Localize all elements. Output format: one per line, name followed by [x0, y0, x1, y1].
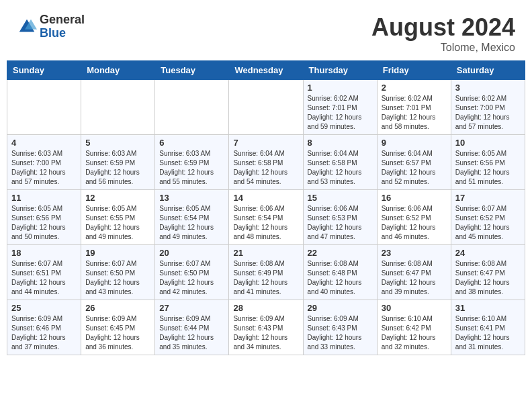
logo: General Blue	[17, 13, 85, 40]
day-number: 4	[11, 138, 77, 148]
calendar-day-28: 28Sunrise: 6:09 AM Sunset: 6:43 PM Dayli…	[229, 300, 303, 355]
calendar-day-16: 16Sunrise: 6:06 AM Sunset: 6:52 PM Dayli…	[377, 190, 451, 245]
day-number: 14	[233, 193, 298, 203]
day-number: 31	[455, 303, 521, 313]
calendar-day-15: 15Sunrise: 6:06 AM Sunset: 6:53 PM Dayli…	[303, 190, 377, 245]
day-number: 18	[11, 248, 77, 258]
calendar-empty	[155, 80, 229, 135]
day-number: 6	[159, 138, 224, 148]
day-number: 7	[233, 138, 298, 148]
day-number: 30	[382, 303, 447, 313]
day-info: Sunrise: 6:08 AM Sunset: 6:49 PM Dayligh…	[233, 259, 298, 297]
calendar-empty	[81, 80, 155, 135]
day-info: Sunrise: 6:03 AM Sunset: 6:59 PM Dayligh…	[85, 149, 150, 187]
weekday-header-sunday: Sunday	[7, 61, 81, 80]
calendar-day-30: 30Sunrise: 6:10 AM Sunset: 6:42 PM Dayli…	[377, 300, 451, 355]
day-info: Sunrise: 6:06 AM Sunset: 6:54 PM Dayligh…	[233, 204, 298, 242]
day-number: 27	[159, 303, 224, 313]
day-number: 23	[382, 248, 447, 258]
calendar-day-29: 29Sunrise: 6:09 AM Sunset: 6:43 PM Dayli…	[303, 300, 377, 355]
day-info: Sunrise: 6:05 AM Sunset: 6:55 PM Dayligh…	[85, 204, 150, 242]
calendar-day-4: 4Sunrise: 6:03 AM Sunset: 7:00 PM Daylig…	[7, 135, 81, 190]
page-header: General Blue August 2024 Tolome, Mexico	[7, 7, 525, 57]
calendar-week-5: 25Sunrise: 6:09 AM Sunset: 6:46 PM Dayli…	[7, 300, 525, 355]
day-info: Sunrise: 6:04 AM Sunset: 6:57 PM Dayligh…	[382, 149, 447, 187]
day-info: Sunrise: 6:09 AM Sunset: 6:44 PM Dayligh…	[159, 314, 224, 352]
calendar-day-1: 1Sunrise: 6:02 AM Sunset: 7:01 PM Daylig…	[303, 80, 377, 135]
day-number: 9	[382, 138, 447, 148]
logo-blue-text: Blue	[40, 27, 85, 40]
calendar-day-24: 24Sunrise: 6:08 AM Sunset: 6:47 PM Dayli…	[451, 245, 525, 300]
day-number: 22	[308, 248, 373, 258]
day-number: 19	[85, 248, 150, 258]
day-info: Sunrise: 6:02 AM Sunset: 7:01 PM Dayligh…	[382, 94, 447, 132]
calendar-day-7: 7Sunrise: 6:04 AM Sunset: 6:58 PM Daylig…	[229, 135, 303, 190]
calendar-week-3: 11Sunrise: 6:05 AM Sunset: 6:56 PM Dayli…	[7, 190, 525, 245]
day-number: 12	[85, 193, 150, 203]
title-area: August 2024 Tolome, Mexico	[371, 13, 515, 54]
calendar-day-19: 19Sunrise: 6:07 AM Sunset: 6:50 PM Dayli…	[81, 245, 155, 300]
calendar-day-25: 25Sunrise: 6:09 AM Sunset: 6:46 PM Dayli…	[7, 300, 81, 355]
calendar-day-10: 10Sunrise: 6:05 AM Sunset: 6:56 PM Dayli…	[451, 135, 525, 190]
day-number: 10	[455, 138, 521, 148]
day-info: Sunrise: 6:09 AM Sunset: 6:43 PM Dayligh…	[308, 314, 373, 352]
logo-general-text: General	[40, 13, 85, 27]
day-info: Sunrise: 6:02 AM Sunset: 7:01 PM Dayligh…	[308, 94, 373, 132]
calendar-day-27: 27Sunrise: 6:09 AM Sunset: 6:44 PM Dayli…	[155, 300, 229, 355]
day-info: Sunrise: 6:03 AM Sunset: 7:00 PM Dayligh…	[11, 149, 77, 187]
day-info: Sunrise: 6:10 AM Sunset: 6:42 PM Dayligh…	[382, 314, 447, 352]
day-number: 3	[455, 83, 521, 93]
calendar-day-22: 22Sunrise: 6:08 AM Sunset: 6:48 PM Dayli…	[303, 245, 377, 300]
calendar-day-17: 17Sunrise: 6:07 AM Sunset: 6:52 PM Dayli…	[451, 190, 525, 245]
calendar-day-3: 3Sunrise: 6:02 AM Sunset: 7:00 PM Daylig…	[451, 80, 525, 135]
day-number: 13	[159, 193, 224, 203]
day-number: 28	[233, 303, 298, 313]
day-info: Sunrise: 6:05 AM Sunset: 6:54 PM Dayligh…	[159, 204, 224, 242]
day-number: 11	[11, 193, 77, 203]
calendar-table: SundayMondayTuesdayWednesdayThursdayFrid…	[7, 60, 525, 355]
calendar-empty	[7, 80, 81, 135]
weekday-header-monday: Monday	[81, 61, 155, 80]
day-info: Sunrise: 6:02 AM Sunset: 7:00 PM Dayligh…	[455, 94, 521, 132]
day-number: 2	[382, 83, 447, 93]
day-number: 20	[159, 248, 224, 258]
weekday-header-row: SundayMondayTuesdayWednesdayThursdayFrid…	[7, 61, 525, 80]
calendar-day-2: 2Sunrise: 6:02 AM Sunset: 7:01 PM Daylig…	[377, 80, 451, 135]
day-info: Sunrise: 6:05 AM Sunset: 6:56 PM Dayligh…	[11, 204, 77, 242]
location: Tolome, Mexico	[371, 42, 515, 54]
day-info: Sunrise: 6:04 AM Sunset: 6:58 PM Dayligh…	[233, 149, 298, 187]
day-info: Sunrise: 6:08 AM Sunset: 6:47 PM Dayligh…	[382, 259, 447, 297]
calendar-day-5: 5Sunrise: 6:03 AM Sunset: 6:59 PM Daylig…	[81, 135, 155, 190]
weekday-header-tuesday: Tuesday	[155, 61, 229, 80]
calendar-day-18: 18Sunrise: 6:07 AM Sunset: 6:51 PM Dayli…	[7, 245, 81, 300]
day-number: 24	[455, 248, 521, 258]
day-info: Sunrise: 6:10 AM Sunset: 6:41 PM Dayligh…	[455, 314, 521, 352]
weekday-header-friday: Friday	[377, 61, 451, 80]
day-info: Sunrise: 6:07 AM Sunset: 6:52 PM Dayligh…	[455, 204, 521, 242]
day-number: 21	[233, 248, 298, 258]
day-info: Sunrise: 6:08 AM Sunset: 6:48 PM Dayligh…	[308, 259, 373, 297]
day-number: 25	[11, 303, 77, 313]
calendar-day-6: 6Sunrise: 6:03 AM Sunset: 6:59 PM Daylig…	[155, 135, 229, 190]
calendar-empty	[229, 80, 303, 135]
calendar-day-14: 14Sunrise: 6:06 AM Sunset: 6:54 PM Dayli…	[229, 190, 303, 245]
day-number: 26	[85, 303, 150, 313]
day-number: 5	[85, 138, 150, 148]
month-title: August 2024	[371, 13, 515, 42]
day-info: Sunrise: 6:07 AM Sunset: 6:50 PM Dayligh…	[85, 259, 150, 297]
calendar-day-31: 31Sunrise: 6:10 AM Sunset: 6:41 PM Dayli…	[451, 300, 525, 355]
day-info: Sunrise: 6:09 AM Sunset: 6:45 PM Dayligh…	[85, 314, 150, 352]
calendar-week-2: 4Sunrise: 6:03 AM Sunset: 7:00 PM Daylig…	[7, 135, 525, 190]
weekday-header-wednesday: Wednesday	[229, 61, 303, 80]
day-number: 16	[382, 193, 447, 203]
calendar-week-1: 1Sunrise: 6:02 AM Sunset: 7:01 PM Daylig…	[7, 80, 525, 135]
day-info: Sunrise: 6:07 AM Sunset: 6:51 PM Dayligh…	[11, 259, 77, 297]
day-number: 8	[308, 138, 373, 148]
calendar-day-9: 9Sunrise: 6:04 AM Sunset: 6:57 PM Daylig…	[377, 135, 451, 190]
calendar-day-23: 23Sunrise: 6:08 AM Sunset: 6:47 PM Dayli…	[377, 245, 451, 300]
logo-icon	[17, 17, 37, 37]
calendar-week-4: 18Sunrise: 6:07 AM Sunset: 6:51 PM Dayli…	[7, 245, 525, 300]
calendar-day-21: 21Sunrise: 6:08 AM Sunset: 6:49 PM Dayli…	[229, 245, 303, 300]
day-info: Sunrise: 6:09 AM Sunset: 6:43 PM Dayligh…	[233, 314, 298, 352]
day-info: Sunrise: 6:05 AM Sunset: 6:56 PM Dayligh…	[455, 149, 521, 187]
